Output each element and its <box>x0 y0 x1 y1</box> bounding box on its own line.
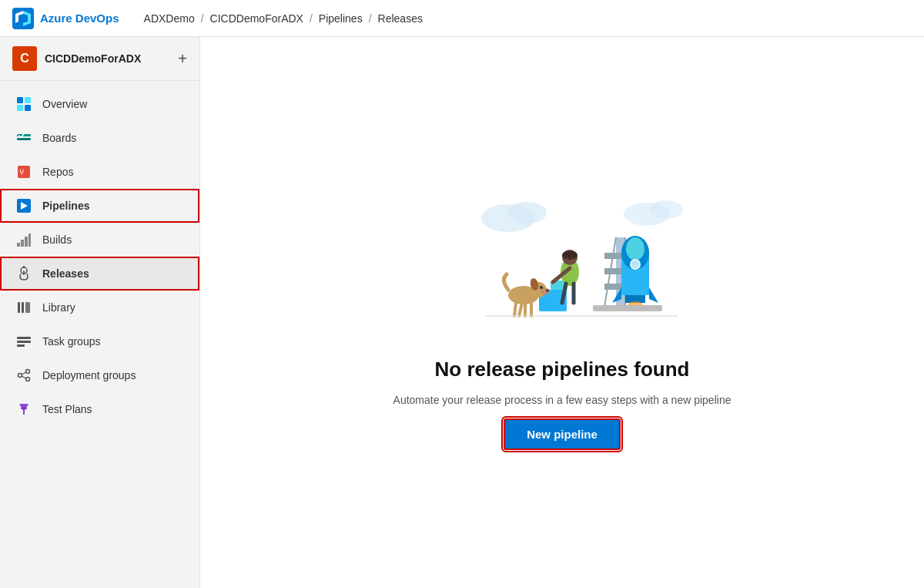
overview-icon <box>15 95 33 113</box>
sidebar-project-header: C CICDDemoForADX + <box>0 37 199 81</box>
pipelines-icon <box>15 197 33 215</box>
sidebar-item-builds[interactable]: Builds <box>0 223 199 257</box>
empty-state-title: No release pipelines found <box>435 358 690 381</box>
sidebar-item-testplans-label: Test Plans <box>42 403 92 415</box>
svg-point-59 <box>567 257 569 259</box>
builds-icon <box>15 230 33 249</box>
illustration <box>439 176 685 345</box>
add-project-button[interactable]: + <box>178 51 187 66</box>
svg-rect-22 <box>25 302 30 313</box>
breadcrumb-sep-3: / <box>369 12 372 25</box>
repos-icon: ⑂ <box>15 163 33 181</box>
sidebar-item-repos-label: Repos <box>42 166 73 178</box>
library-icon <box>15 298 33 317</box>
svg-point-28 <box>26 378 30 381</box>
azure-devops-icon <box>12 8 34 29</box>
svg-marker-49 <box>649 287 658 303</box>
sidebar-item-testplans[interactable]: Test Plans <box>0 392 199 426</box>
sidebar-item-library-label: Library <box>42 301 75 314</box>
breadcrumb-sep-2: / <box>310 12 313 25</box>
svg-line-29 <box>22 372 26 375</box>
svg-point-47 <box>631 260 639 268</box>
svg-rect-21 <box>22 302 24 313</box>
sidebar-item-pipelines-label: Pipelines <box>42 200 89 212</box>
svg-rect-3 <box>17 97 23 103</box>
sidebar-item-deploymentgroups[interactable]: Deployment groups <box>0 358 199 392</box>
svg-rect-20 <box>18 302 20 313</box>
sidebar-item-taskgroups-label: Task groups <box>42 335 100 348</box>
project-avatar: C <box>12 46 37 71</box>
svg-line-70 <box>514 303 516 316</box>
sidebar: C CICDDemoForADX + Overview <box>0 37 200 588</box>
top-navigation: Azure DevOps ADXDemo / CICDDemoForADX / … <box>0 0 924 37</box>
sidebar-navigation: Overview Boards ⑂ <box>0 81 199 432</box>
svg-rect-25 <box>17 344 25 347</box>
svg-rect-15 <box>25 237 28 247</box>
breadcrumb: ADXDemo / CICDDemoForADX / Pipelines / R… <box>144 12 423 25</box>
sidebar-item-releases[interactable]: Releases <box>0 257 199 291</box>
deploymentgroups-icon <box>15 366 33 385</box>
svg-line-30 <box>22 376 26 378</box>
logo[interactable]: Azure DevOps <box>12 8 119 29</box>
breadcrumb-adxdemo[interactable]: ADXDemo <box>144 12 195 25</box>
sidebar-item-overview[interactable]: Overview <box>0 87 199 121</box>
svg-line-73 <box>519 303 522 316</box>
sidebar-item-boards[interactable]: Boards <box>0 121 199 155</box>
svg-rect-13 <box>17 243 20 247</box>
breadcrumb-releases: Releases <box>378 12 423 25</box>
breadcrumb-sep-1: / <box>201 12 204 25</box>
empty-state-subtitle: Automate your release process in a few e… <box>393 394 732 406</box>
svg-point-27 <box>26 370 30 374</box>
sidebar-item-taskgroups[interactable]: Task groups <box>0 324 199 358</box>
svg-point-35 <box>649 200 683 219</box>
boards-icon <box>15 129 33 147</box>
svg-point-67 <box>546 289 549 292</box>
empty-state: No release pipelines found Automate your… <box>393 176 732 450</box>
breadcrumb-pipelines[interactable]: Pipelines <box>319 12 363 25</box>
svg-rect-14 <box>21 240 24 247</box>
svg-rect-53 <box>593 305 662 311</box>
sidebar-item-releases-label: Releases <box>42 267 89 280</box>
sidebar-item-overview-label: Overview <box>42 98 87 110</box>
svg-rect-24 <box>17 341 31 343</box>
svg-rect-23 <box>17 337 31 339</box>
releases-icon <box>15 264 33 283</box>
taskgroups-icon <box>15 332 33 351</box>
svg-point-58 <box>562 250 578 260</box>
content-area: No release pipelines found Automate your… <box>200 37 924 588</box>
testplans-icon <box>15 400 33 418</box>
svg-point-33 <box>508 202 547 223</box>
main-layout: C CICDDemoForADX + Overview <box>0 37 924 588</box>
svg-rect-6 <box>25 105 31 111</box>
project-name: CICDDemoForADX <box>45 52 141 65</box>
svg-point-26 <box>18 374 22 378</box>
sidebar-item-deploymentgroups-label: Deployment groups <box>42 369 136 381</box>
logo-text: Azure DevOps <box>40 12 119 25</box>
svg-text:⑂: ⑂ <box>19 168 24 176</box>
sidebar-item-pipelines[interactable]: Pipelines <box>0 189 199 223</box>
svg-rect-31 <box>21 408 27 409</box>
sidebar-item-library[interactable]: Library <box>0 291 199 324</box>
svg-rect-4 <box>25 97 31 103</box>
svg-rect-8 <box>17 138 31 140</box>
new-pipeline-button[interactable]: New pipeline <box>504 418 621 450</box>
project-info[interactable]: C CICDDemoForADX <box>12 46 141 71</box>
sidebar-item-builds-label: Builds <box>42 234 72 246</box>
sidebar-item-repos[interactable]: ⑂ Repos <box>0 155 199 189</box>
svg-rect-16 <box>28 234 31 247</box>
svg-point-60 <box>571 257 574 259</box>
svg-point-45 <box>626 237 644 260</box>
svg-point-68 <box>540 286 543 289</box>
sidebar-item-boards-label: Boards <box>42 132 76 144</box>
svg-rect-5 <box>17 105 23 111</box>
breadcrumb-cicd[interactable]: CICDDemoForADX <box>210 12 303 25</box>
